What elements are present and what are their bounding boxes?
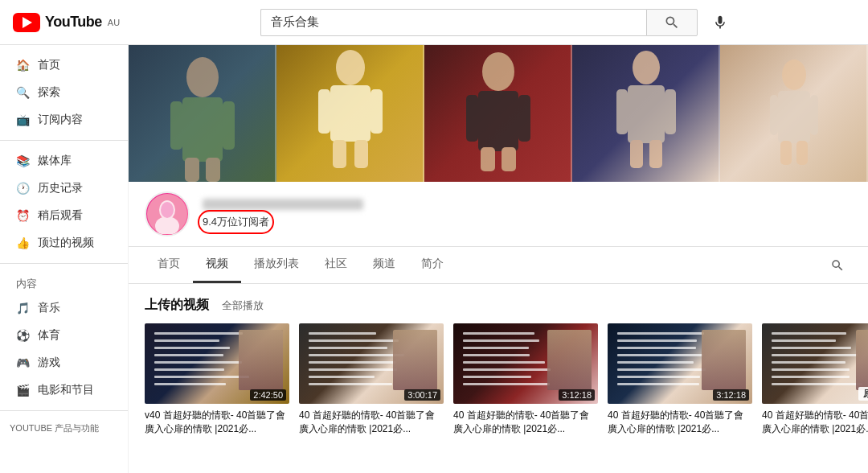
banner-segment-3 xyxy=(424,45,572,182)
svg-rect-19 xyxy=(628,85,665,143)
sidebar-divider-2 xyxy=(0,263,128,264)
svg-rect-21 xyxy=(665,89,676,134)
sidebar-item-explore[interactable]: 🔍 探索 xyxy=(0,79,128,106)
svg-rect-10 xyxy=(333,140,346,168)
tab-videos[interactable]: 视频 xyxy=(193,247,241,283)
svg-rect-9 xyxy=(371,89,383,134)
svg-rect-28 xyxy=(780,141,792,165)
svg-rect-4 xyxy=(185,158,199,182)
sidebar-label-watch-later: 稍后观看 xyxy=(38,208,83,223)
search-input[interactable] xyxy=(260,9,646,36)
svg-rect-25 xyxy=(778,91,810,143)
sidebar-item-home[interactable]: 🏠 首页 xyxy=(0,51,128,79)
svg-rect-27 xyxy=(810,95,818,135)
section-title: 上传的视频 xyxy=(145,297,209,314)
svg-point-6 xyxy=(336,50,365,85)
explore-icon: 🔍 xyxy=(16,86,30,99)
banner-segment-2 xyxy=(276,45,424,182)
video-grid: 2:42:50 v40 首超好聽的情歌- 40首聽了會廣入心扉的情歌 |2021… xyxy=(145,323,852,441)
sidebar-divider-1 xyxy=(0,140,128,141)
youtube-logo[interactable]: YouTubeAU xyxy=(13,13,120,32)
country-label: AU xyxy=(108,18,120,27)
movies-icon: 🎬 xyxy=(16,384,30,397)
sidebar-item-music[interactable]: 🎵 音乐 xyxy=(0,294,128,322)
video-card[interactable]: 2:42:50 v40 首超好聽的情歌- 40首聽了會廣入心扉的情歌 |2021… xyxy=(145,323,289,441)
sidebar-item-movies[interactable]: 🎬 电影和节目 xyxy=(0,376,128,404)
svg-rect-20 xyxy=(616,89,628,134)
sidebar-item-liked[interactable]: 👍 顶过的视频 xyxy=(0,229,128,257)
channel-search-button[interactable] xyxy=(823,251,852,280)
content-section-title: 内容 xyxy=(0,270,128,294)
sidebar-label-liked: 顶过的视频 xyxy=(38,236,94,250)
music-icon: 🎵 xyxy=(16,302,30,315)
history-icon: 🕐 xyxy=(16,182,30,195)
sidebar-divider-3 xyxy=(0,410,128,411)
svg-rect-11 xyxy=(354,140,368,168)
search-icon xyxy=(664,14,680,31)
video-title: 40 首超好聽的情歌- 40首聽了會廣入心扉的情歌 |2021必... xyxy=(299,409,444,436)
video-card[interactable]: 3:00:17 40 首超好聽的情歌- 40首聽了會廣入心扉的情歌 |2021必… xyxy=(299,323,444,441)
svg-rect-5 xyxy=(206,158,220,182)
tab-channels[interactable]: 频道 xyxy=(360,247,408,283)
tab-home[interactable]: 首页 xyxy=(145,247,193,283)
mic-button[interactable] xyxy=(704,6,736,39)
video-info: 40 首超好聽的情歌- 40首聽了會廣入心扉的情歌 |2021必... xyxy=(299,404,444,441)
sidebar-label-sports: 体育 xyxy=(38,328,60,343)
subscriber-count: 9.4万位订阅者 xyxy=(203,216,269,228)
banner-segment-4 xyxy=(572,45,720,182)
main-content: 9.4万位订阅者 首页 视频 播放列表 社区 频道 简介 上传的视频 全部播放 xyxy=(129,45,868,473)
video-card[interactable]: 3:12:18 40 首超好聽的情歌- 40首聽了會廣入心扉的情歌 |2021必… xyxy=(453,323,598,441)
tab-community[interactable]: 社区 xyxy=(312,247,360,283)
svg-rect-17 xyxy=(502,147,516,171)
svg-rect-16 xyxy=(481,147,495,171)
sidebar-item-library[interactable]: 📚 媒体库 xyxy=(0,147,128,175)
sidebar-footer: YOUTUBE 产品与功能 xyxy=(0,417,128,439)
logo-area: YouTubeAU xyxy=(13,13,141,32)
sidebar-item-watch-later[interactable]: ⏰ 稍后观看 xyxy=(0,202,128,229)
sidebar-item-history[interactable]: 🕐 历史记录 xyxy=(0,175,128,202)
video-title: 40 首超好聽的情歌- 40首聽了會廣入心扉的情歌 |2021必... xyxy=(608,409,752,436)
tab-about[interactable]: 简介 xyxy=(408,247,457,283)
person-figure-2 xyxy=(306,45,395,182)
tab-playlists[interactable]: 播放列表 xyxy=(241,247,312,283)
video-card[interactable]: 00:17 原力博客 40 首超好聽的情歌- 40首聽了會廣入心扉的情歌 |20… xyxy=(762,323,868,441)
channel-details: 9.4万位订阅者 xyxy=(203,199,852,229)
svg-rect-7 xyxy=(330,85,371,142)
channel-nav: 首页 视频 播放列表 社区 频道 简介 xyxy=(129,247,868,284)
svg-point-18 xyxy=(633,51,660,84)
video-card[interactable]: 3:12:18 40 首超好聽的情歌- 40首聽了會廣入心扉的情歌 |2021必… xyxy=(608,323,752,441)
person-figure-5 xyxy=(766,57,822,182)
video-info: 40 首超好聽的情歌- 40首聽了會廣入心扉的情歌 |2021必... xyxy=(762,404,868,441)
sports-icon: ⚽ xyxy=(16,329,30,342)
subscriber-display: 9.4万位订阅者 xyxy=(203,215,852,229)
channel-avatar xyxy=(145,191,190,236)
person-figure-1 xyxy=(154,53,251,182)
play-icon xyxy=(23,17,32,28)
sidebar-item-gaming[interactable]: 🎮 游戏 xyxy=(0,349,128,376)
liked-icon: 👍 xyxy=(16,236,30,249)
svg-rect-26 xyxy=(770,95,778,135)
video-thumbnail: 3:00:17 xyxy=(299,323,444,404)
sidebar-label-subscriptions: 订阅内容 xyxy=(38,113,83,127)
svg-point-24 xyxy=(782,60,806,90)
svg-rect-15 xyxy=(518,95,530,142)
subscriptions-icon: 📺 xyxy=(16,113,30,126)
video-info: 40 首超好聽的情歌- 40首聽了會廣入心扉的情歌 |2021必... xyxy=(453,404,598,441)
video-duration: 3:12:18 xyxy=(559,389,595,401)
video-info: 40 首超好聽的情歌- 40首聽了會廣入心扉的情歌 |2021必... xyxy=(608,404,752,441)
home-icon: 🏠 xyxy=(16,59,30,72)
video-info: v40 首超好聽的情歌- 40首聽了會廣入心扉的情歌 |2021必... xyxy=(145,404,289,441)
svg-rect-22 xyxy=(630,140,643,168)
watermark-label: 原力博客 xyxy=(858,387,868,401)
svg-rect-23 xyxy=(649,140,662,168)
sidebar-item-subscriptions[interactable]: 📺 订阅内容 xyxy=(0,106,128,134)
search-button[interactable] xyxy=(646,9,698,36)
video-duration: 3:00:17 xyxy=(404,389,440,401)
watch-later-icon: ⏰ xyxy=(16,209,30,222)
banner-segment-1 xyxy=(129,45,276,182)
sidebar-label-gaming: 游戏 xyxy=(38,356,60,370)
sidebar-item-sports[interactable]: ⚽ 体育 xyxy=(0,322,128,349)
person-figure-4 xyxy=(602,47,690,182)
channel-search-icon xyxy=(830,258,845,273)
play-all-button[interactable]: 全部播放 xyxy=(222,298,264,313)
